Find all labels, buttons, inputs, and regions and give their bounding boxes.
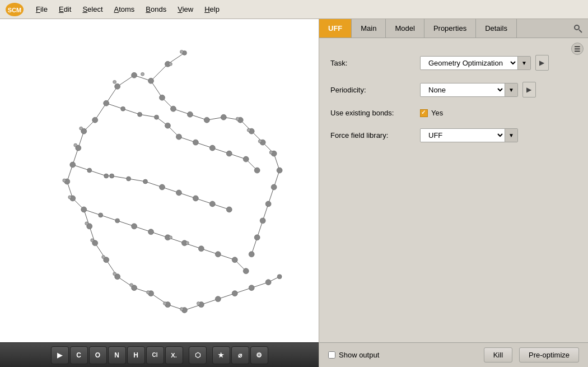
show-output-checkbox[interactable] [328,351,335,359]
task-dropdown-wrapper[interactable]: Geometry Optimization Single Point Frequ… [420,56,531,70]
svg-point-156 [130,284,133,287]
svg-point-113 [260,218,265,224]
svg-point-136 [99,213,103,217]
task-dropdown-arrow[interactable]: ▼ [517,57,530,69]
svg-point-158 [163,302,166,305]
svg-point-138 [132,224,137,229]
hydrogen-button[interactable]: H [127,346,145,364]
svg-point-135 [104,174,109,178]
nitrogen-button[interactable]: N [108,346,126,364]
svg-point-124 [243,156,249,162]
task-label: Task: [330,59,420,67]
tab-uff[interactable]: UFF [319,19,352,38]
svg-point-125 [254,168,260,173]
svg-point-110 [277,168,282,173]
scm-logo: SCM [4,2,25,17]
menu-view[interactable]: View [173,3,198,16]
svg-point-159 [180,308,183,311]
svg-point-143 [215,252,221,257]
svg-point-153 [91,239,94,242]
menu-select[interactable]: Select [78,3,107,16]
svg-point-122 [209,145,215,151]
force-field-library-label: Force field library: [330,131,420,140]
pre-optimize-button[interactable]: Pre-optimize [519,347,579,363]
kill-button[interactable]: Kill [484,347,512,363]
tab-details[interactable]: Details [476,19,517,38]
periodicity-row: Periodicity: None Chain Slab Bulk ▼ ▶ [330,82,577,97]
menu-atoms[interactable]: Atoms [110,3,139,16]
cursor-tool-button[interactable]: ▶ [51,346,69,364]
force-field-library-select[interactable]: UFF GAFF AMBER CHARMM [421,129,505,142]
bottom-toolbar: ▶ C O N H Cl X. ⬡ ★ ⌀ ⚙ [0,342,319,367]
svg-point-79 [92,117,98,123]
svg-point-163 [247,128,250,132]
main-container: ▶ C O N H Cl X. ⬡ ★ ⌀ ⚙ UFF Main Model P… [0,19,588,367]
use-existing-bonds-value: Yes [431,109,443,117]
use-existing-bonds-checkbox[interactable] [420,109,428,117]
settings-area: Task: Geometry Optimization Single Point… [319,49,588,159]
panel-settings-icon[interactable]: ☰ [571,43,584,55]
svg-point-99 [277,275,282,279]
menu-file[interactable]: File [31,3,52,16]
svg-point-123 [226,151,232,156]
use-existing-bonds-control: Yes [420,109,443,117]
menu-bonds[interactable]: Bonds [141,3,171,16]
periodicity-dropdown-arrow[interactable]: ▼ [505,83,517,96]
svg-point-104 [204,117,209,123]
periodicity-control: None Chain Slab Bulk ▼ ▶ [420,82,536,97]
show-output-label[interactable]: Show output [328,351,379,359]
svg-point-167 [185,241,189,245]
force-field-library-dropdown-arrow[interactable]: ▼ [505,129,517,142]
element-x-button[interactable]: X. [165,346,183,364]
ring-button[interactable]: ⬡ [189,346,207,364]
svg-point-127 [127,176,131,181]
force-field-library-row: Force field library: UFF GAFF AMBER CHAR… [330,128,577,142]
force-field-library-dropdown-wrapper[interactable]: UFF GAFF AMBER CHARMM ▼ [420,128,518,142]
periodicity-expand-button[interactable]: ▶ [522,82,536,97]
svg-point-142 [198,246,204,252]
use-existing-bonds-checkbox-label[interactable]: Yes [420,109,443,117]
svg-point-77 [115,83,120,89]
svg-text:SCM: SCM [8,7,21,13]
tab-model[interactable]: Model [386,19,424,38]
svg-point-169 [575,25,579,30]
search-icon[interactable] [568,19,588,38]
svg-point-102 [170,106,176,112]
bond-tool-button[interactable]: ⌀ [231,346,249,364]
settings-tool-button[interactable]: ⚙ [250,346,268,364]
menu-help[interactable]: Help [200,3,224,16]
svg-point-144 [232,257,237,263]
svg-point-118 [155,115,159,119]
svg-point-168 [169,62,172,66]
tab-properties[interactable]: Properties [424,19,476,38]
svg-point-137 [115,219,120,223]
svg-point-164 [258,140,262,143]
carbon-button[interactable]: C [70,346,88,364]
svg-point-166 [169,236,172,239]
svg-point-147 [113,80,116,83]
svg-point-103 [187,112,193,117]
menu-edit[interactable]: Edit [54,3,76,16]
chlorine-button[interactable]: Cl [146,346,164,364]
svg-point-117 [138,112,142,117]
task-expand-button[interactable]: ▶ [535,55,549,71]
svg-point-120 [176,134,181,140]
svg-point-149 [74,143,77,147]
svg-point-85 [81,207,87,212]
periodicity-label: Periodicity: [330,86,420,94]
svg-point-114 [254,235,260,240]
svg-point-162 [236,117,239,120]
svg-point-151 [68,196,72,199]
viewer-panel: ▶ C O N H Cl X. ⬡ ★ ⌀ ⚙ [0,19,319,367]
oxygen-button[interactable]: O [89,346,107,364]
periodicity-select[interactable]: None Chain Slab Bulk [421,83,505,96]
star-button[interactable]: ★ [212,346,230,364]
svg-point-105 [221,114,226,120]
menubar: SCM File Edit Select Atoms Bonds View He… [0,0,588,19]
molecule-canvas[interactable] [0,19,319,342]
tab-main[interactable]: Main [352,19,386,38]
svg-point-97 [249,285,254,291]
task-select[interactable]: Geometry Optimization Single Point Frequ… [421,57,517,69]
tabs: UFF Main Model Properties Details [319,19,588,38]
periodicity-dropdown-wrapper[interactable]: None Chain Slab Bulk ▼ [420,83,518,97]
